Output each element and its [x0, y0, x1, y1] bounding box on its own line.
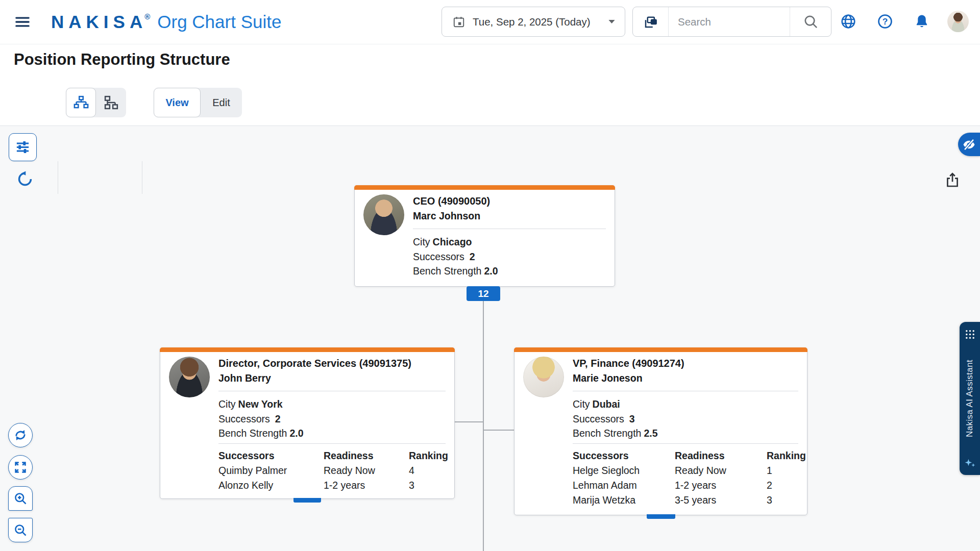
- fit-screen-icon[interactable]: [8, 455, 33, 480]
- zoom-out-icon[interactable]: [8, 518, 33, 542]
- children-count-badge[interactable]: 12: [467, 286, 500, 301]
- app-header: NAKISA® Org Chart Suite Tue, Sep 2, 2025…: [0, 0, 980, 44]
- zoom-in-icon[interactable]: [8, 486, 33, 511]
- date-picker[interactable]: Tue, Sep 2, 2025 (Today): [442, 7, 625, 37]
- date-value: Tue, Sep 2, 2025 (Today): [473, 16, 608, 28]
- caret-down-icon: [608, 19, 616, 24]
- position-title: Director, Corporate Services (49091375): [218, 358, 447, 369]
- layout-toggle-group: [66, 88, 126, 117]
- window-layers-icon[interactable]: [633, 7, 669, 36]
- col-header: Ranking: [409, 448, 448, 463]
- sync-icon[interactable]: [8, 423, 33, 447]
- title-bar: Position Reporting Structure: [0, 44, 980, 77]
- employee-name: Marc Johnson: [413, 210, 480, 222]
- successor-ranking: 2: [767, 478, 806, 493]
- card-divider: [573, 443, 798, 444]
- registered-mark: ®: [144, 12, 150, 21]
- connector-trunk: [483, 300, 484, 551]
- field-successors: Successors2: [413, 249, 498, 264]
- col-header: Successors: [573, 448, 675, 463]
- user-avatar[interactable]: [947, 11, 969, 32]
- employee-name: Marie Joneson: [573, 372, 643, 384]
- employee-name: John Berry: [218, 372, 271, 384]
- successor-ranking: 1: [767, 463, 806, 478]
- card-fields: CityNew York Successors2 Bench Strength2…: [218, 397, 304, 441]
- ai-assistant-panel[interactable]: Nakisa AI Assistant: [960, 322, 980, 475]
- field-successors: Successors2: [218, 412, 304, 427]
- successors-table: Successors Readiness Ranking Quimby Palm…: [218, 448, 446, 493]
- display-settings-icon[interactable]: [9, 133, 37, 161]
- org-card-director[interactable]: Director, Corporate Services (49091375) …: [160, 347, 455, 499]
- successor-name: Helge Siegloch: [573, 463, 675, 478]
- card-fields: CityDubai Successors3 Bench Strength2.5: [573, 397, 658, 441]
- hamburger-menu-icon[interactable]: [12, 13, 33, 31]
- calendar-icon: [452, 15, 465, 29]
- org-card-vp-finance[interactable]: VP, Finance (49091274) Marie Joneson Cit…: [514, 347, 807, 515]
- successor-readiness: Ready Now: [324, 463, 409, 478]
- field-city: CityNew York: [218, 397, 304, 412]
- successor-readiness: 3-5 years: [675, 493, 767, 508]
- field-successors: Successors3: [573, 412, 658, 427]
- position-title: VP, Finance (49091274): [573, 358, 800, 369]
- refresh-icon[interactable]: [14, 168, 36, 190]
- col-header: Successors: [218, 448, 324, 463]
- col-header: Readiness: [675, 448, 767, 463]
- successor-name: Marija Wetzka: [573, 493, 675, 508]
- sparkles-icon: [964, 457, 976, 469]
- col-header: Readiness: [324, 448, 409, 463]
- card-divider: [573, 391, 798, 391]
- successors-table: Successors Readiness Ranking Helge Siegl…: [573, 448, 798, 508]
- help-icon[interactable]: ?: [874, 10, 896, 33]
- search-icon[interactable]: [790, 7, 831, 36]
- card-divider: [218, 391, 446, 391]
- global-search-group: [632, 7, 831, 37]
- successor-ranking: 3: [767, 493, 806, 508]
- chart-toolbar: View Edit: [0, 77, 980, 126]
- card-divider: [218, 443, 446, 444]
- brand-name: NAKISA: [51, 12, 147, 32]
- successor-readiness: Ready Now: [675, 463, 767, 478]
- apps-grid-icon[interactable]: [964, 329, 976, 340]
- card-accent-bar: [354, 185, 615, 190]
- avatar: [523, 357, 564, 397]
- globe-icon[interactable]: [837, 10, 860, 33]
- successor-readiness: 1-2 years: [675, 478, 767, 493]
- collapsed-children-indicator[interactable]: [293, 498, 321, 503]
- field-bench-strength: Bench Strength2.0: [218, 426, 304, 441]
- successor-name: Alonzo Kelly: [218, 478, 324, 493]
- org-layout-vertical-icon[interactable]: [66, 88, 96, 117]
- avatar: [363, 194, 404, 235]
- edit-mode-button[interactable]: Edit: [201, 88, 242, 117]
- field-city: CityChicago: [413, 235, 498, 249]
- field-bench-strength: Bench Strength2.0: [413, 264, 498, 279]
- export-icon[interactable]: [941, 169, 964, 191]
- org-layout-horizontal-icon[interactable]: [96, 88, 126, 117]
- card-fields: CityChicago Successors2 Bench Strength2.…: [413, 235, 498, 279]
- position-title: CEO (49090050): [413, 195, 607, 207]
- page-title: Position Reporting Structure: [14, 44, 230, 76]
- product-name: Org Chart Suite: [157, 12, 281, 32]
- successor-name: Lehman Adam: [573, 478, 675, 493]
- toolbar-divider: [142, 161, 142, 194]
- field-city: CityDubai: [573, 397, 658, 412]
- successor-name: Quimby Palmer: [218, 463, 324, 478]
- card-divider: [413, 229, 606, 229]
- successor-readiness: 1-2 years: [324, 478, 409, 493]
- connector-right-stub: [483, 430, 514, 431]
- org-card-ceo[interactable]: CEO (49090050) Marc Johnson CityChicago …: [354, 185, 615, 287]
- successor-ranking: 4: [409, 463, 448, 478]
- app-logo: NAKISA® Org Chart Suite: [51, 0, 281, 44]
- notifications-bell-icon[interactable]: [911, 10, 933, 33]
- card-accent-bar: [514, 347, 807, 352]
- svg-text:?: ?: [883, 16, 888, 27]
- connector-left-stub: [454, 421, 483, 422]
- field-bench-strength: Bench Strength2.5: [573, 426, 658, 441]
- card-accent-bar: [160, 347, 455, 352]
- hide-panel-eye-off-icon[interactable]: [958, 133, 980, 156]
- collapsed-children-indicator[interactable]: [647, 514, 675, 519]
- toolbar-divider: [58, 161, 58, 194]
- successor-ranking: 3: [409, 478, 448, 493]
- search-input[interactable]: [677, 15, 781, 29]
- view-mode-button[interactable]: View: [154, 88, 201, 117]
- col-header: Ranking: [767, 448, 806, 463]
